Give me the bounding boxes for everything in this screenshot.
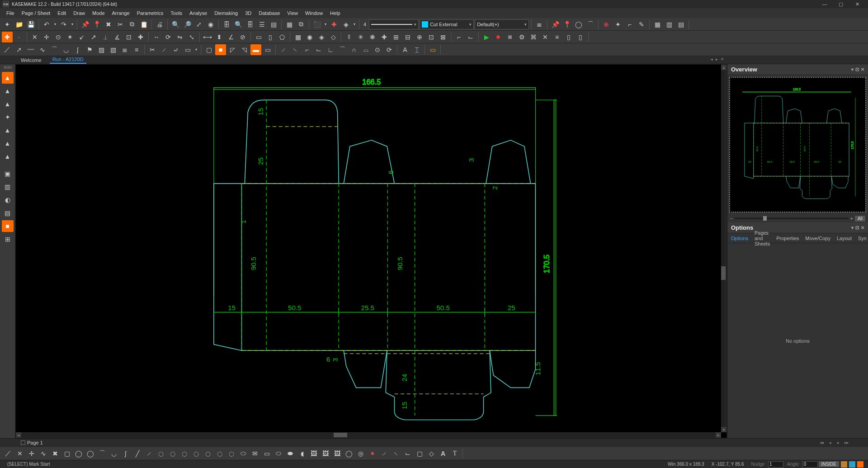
round-rect-icon[interactable]: ▭: [262, 44, 273, 55]
align-d-icon[interactable]: ✚: [379, 32, 390, 43]
bt-dc7-icon[interactable]: ◌: [226, 448, 237, 459]
options-min-icon[interactable]: ▾: [851, 225, 854, 230]
overview-min-icon[interactable]: ▾: [851, 67, 854, 72]
ray-icon[interactable]: ↗: [14, 44, 24, 55]
page-next-icon[interactable]: ▸: [835, 440, 842, 445]
bt-star-icon[interactable]: ✶: [367, 448, 378, 459]
trim-c-icon[interactable]: ⤾: [170, 44, 181, 55]
text-icon[interactable]: A: [400, 44, 410, 55]
doc-tab-close-icon[interactable]: ✕: [721, 57, 724, 61]
path-c-icon[interactable]: ⌐: [302, 44, 312, 55]
mirror-icon[interactable]: ⇋: [175, 32, 185, 43]
snap-g-icon[interactable]: ⟂: [100, 32, 111, 43]
snap-c-icon[interactable]: ⊙: [53, 32, 64, 43]
script-icon[interactable]: ≣: [119, 44, 130, 55]
bt-arc2-icon[interactable]: ◡: [108, 448, 119, 459]
hatch-icon[interactable]: ▨: [96, 44, 107, 55]
menu-view[interactable]: View: [283, 9, 302, 17]
grid2-icon[interactable]: ▥: [664, 19, 675, 30]
corner-b-icon[interactable]: ⌙: [465, 32, 476, 43]
bt-rr4-icon[interactable]: ◖: [297, 448, 307, 459]
overview-pin-icon[interactable]: ⊡: [855, 67, 859, 72]
trim-d-icon[interactable]: ▭: [182, 44, 193, 55]
rotate-icon[interactable]: ⟳: [163, 32, 174, 43]
bt-rr1-icon[interactable]: ▭: [261, 448, 272, 459]
tab-run[interactable]: Run - A2120D: [50, 56, 86, 64]
panel-e-icon[interactable]: ■: [2, 220, 14, 232]
menu-database[interactable]: Database: [255, 9, 283, 17]
tri-a-icon[interactable]: ◸: [227, 44, 238, 55]
dim-pin2-icon[interactable]: 📍: [561, 19, 572, 30]
path-d-icon[interactable]: ⌙: [313, 44, 324, 55]
open-icon[interactable]: 📁: [14, 19, 24, 30]
menu-mode[interactable]: Mode: [89, 9, 108, 17]
bt-dc3-icon[interactable]: ◌: [179, 448, 190, 459]
select-gear-icon[interactable]: ✦: [2, 111, 14, 123]
bt-textA-icon[interactable]: A: [438, 448, 448, 459]
page-first-icon[interactable]: ⏮: [818, 440, 826, 445]
select-drag-icon[interactable]: ▲: [2, 151, 14, 162]
menu-analyse[interactable]: Analyse: [186, 9, 211, 17]
trim-drop-icon[interactable]: ▾: [194, 44, 198, 55]
text2-icon[interactable]: ⌶: [411, 44, 422, 55]
path-h-icon[interactable]: ⌓: [360, 44, 371, 55]
axis-icon[interactable]: ✚: [329, 19, 340, 30]
opttab-movecopy[interactable]: Move/Copy: [804, 234, 831, 242]
align-g-icon[interactable]: ⊕: [414, 32, 425, 43]
close-button[interactable]: ✕: [849, 0, 865, 8]
status-snap-icon[interactable]: [857, 461, 863, 468]
bt-box-icon[interactable]: ▢: [414, 448, 425, 459]
menu-diemaking[interactable]: Diemaking: [211, 9, 241, 17]
scroll-left-icon[interactable]: ◂: [16, 432, 21, 438]
menu-arrange[interactable]: Arrange: [108, 9, 133, 17]
grid1-icon[interactable]: ▦: [652, 19, 663, 30]
align-e-icon[interactable]: ⊞: [391, 32, 401, 43]
scroll-right-icon[interactable]: ▸: [716, 432, 721, 438]
snap-d-icon[interactable]: ✶: [65, 32, 75, 43]
scale-icon[interactable]: ⤡: [186, 32, 197, 43]
menu-edit[interactable]: Edit: [54, 9, 70, 17]
menu-parametrics[interactable]: Parametrics: [133, 9, 167, 17]
zoom-window-icon[interactable]: ◉: [205, 19, 216, 30]
status-led-b-icon[interactable]: [849, 461, 855, 468]
bt-rr2-icon[interactable]: ⬭: [273, 448, 284, 459]
lineweight-combo[interactable]: ▾: [369, 19, 419, 29]
menu-page-sheet[interactable]: Page / Sheet: [18, 9, 54, 17]
spline-icon[interactable]: ∿: [37, 44, 48, 55]
zoom-in-icon[interactable]: 🔍: [170, 19, 181, 30]
sel-pointer-icon[interactable]: ▭: [253, 32, 264, 43]
sel-poly-icon[interactable]: ⬠: [277, 32, 288, 43]
copy-icon[interactable]: ⧉: [127, 19, 137, 30]
path-b-icon[interactable]: ⟍: [290, 44, 301, 55]
bt-circle-icon[interactable]: ◯: [85, 448, 96, 459]
stop-icon[interactable]: ■: [505, 32, 515, 43]
select-plus-icon[interactable]: ▲: [2, 85, 14, 97]
pin-icon[interactable]: 📌: [80, 19, 90, 30]
path-a-icon[interactable]: ⟋: [278, 44, 289, 55]
undo-drop-icon[interactable]: ▾: [53, 19, 57, 30]
hatch2-icon[interactable]: ▧: [108, 44, 118, 55]
bt-s2-icon[interactable]: ⟍: [391, 448, 401, 459]
arr-a-icon[interactable]: ▦: [292, 32, 303, 43]
cube2-drop-icon[interactable]: ▾: [352, 19, 357, 30]
panel-d-icon[interactable]: ▤: [2, 207, 14, 219]
print-icon[interactable]: 🖨: [154, 19, 165, 30]
script-e-icon[interactable]: ▯: [563, 32, 574, 43]
overview-close-icon[interactable]: ✕: [861, 67, 864, 72]
bt-s1-icon[interactable]: ⟋: [379, 448, 390, 459]
align-i-icon[interactable]: ⊠: [438, 32, 448, 43]
layout-icon[interactable]: ▦: [284, 19, 295, 30]
bt-e-icon[interactable]: ✖: [50, 448, 61, 459]
unpin-icon[interactable]: 📍: [91, 19, 102, 30]
snap-edit-icon[interactable]: ✎: [636, 19, 647, 30]
rect-fill-icon[interactable]: ■: [215, 44, 226, 55]
zoom-extents-icon[interactable]: ⤢: [193, 19, 204, 30]
arc2-icon[interactable]: ◡: [61, 44, 71, 55]
page-last-icon[interactable]: ⏭: [843, 440, 850, 445]
panel-a-icon[interactable]: ▣: [2, 168, 14, 180]
scroll-up-icon[interactable]: ▴: [721, 65, 726, 70]
bt-img2-icon[interactable]: 🖼: [320, 448, 331, 459]
snap-e-icon[interactable]: ↙: [76, 32, 87, 43]
snap-h-icon[interactable]: ∡: [112, 32, 123, 43]
save-icon[interactable]: 💾: [25, 19, 36, 30]
